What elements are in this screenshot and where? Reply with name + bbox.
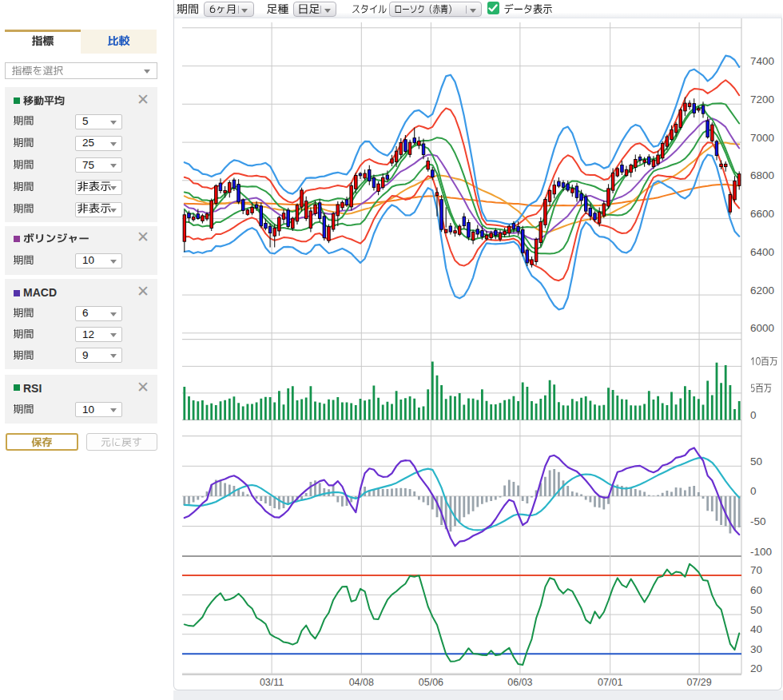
svg-text:10: 10 <box>82 404 94 416</box>
svg-text:6: 6 <box>82 307 89 319</box>
svg-text:RSI: RSI <box>23 382 42 395</box>
svg-text:6200: 6200 <box>750 284 774 296</box>
svg-text:60: 60 <box>750 584 762 596</box>
svg-text:04/08: 04/08 <box>349 677 374 688</box>
svg-text:0: 0 <box>750 409 757 421</box>
svg-text:70: 70 <box>750 564 762 576</box>
svg-text:5: 5 <box>82 115 89 127</box>
svg-text:05/06: 05/06 <box>419 677 443 688</box>
svg-text:50: 50 <box>750 604 762 616</box>
svg-text:20: 20 <box>750 662 762 674</box>
svg-text:-100: -100 <box>750 546 772 558</box>
svg-text:40: 40 <box>750 623 762 635</box>
svg-text:6400: 6400 <box>750 246 774 258</box>
svg-text:07/29: 07/29 <box>686 677 711 688</box>
svg-text:9: 9 <box>82 349 89 361</box>
svg-text:12: 12 <box>82 328 94 340</box>
svg-text:7000: 7000 <box>750 132 774 144</box>
svg-text:06/03: 06/03 <box>507 677 532 688</box>
svg-text:-50: -50 <box>750 515 766 527</box>
svg-text:6800: 6800 <box>750 169 774 181</box>
svg-text:03/11: 03/11 <box>260 677 284 688</box>
svg-text:6000: 6000 <box>750 322 774 334</box>
svg-text:50: 50 <box>750 455 762 467</box>
svg-text:75: 75 <box>82 159 94 171</box>
svg-text:0: 0 <box>750 485 757 497</box>
svg-text:07/01: 07/01 <box>598 677 622 688</box>
svg-text:7400: 7400 <box>750 55 774 67</box>
svg-text:25: 25 <box>82 137 94 149</box>
svg-text:7200: 7200 <box>750 93 774 105</box>
svg-text:30: 30 <box>750 643 762 655</box>
svg-text:MACD: MACD <box>23 286 57 299</box>
svg-text:10: 10 <box>82 254 94 266</box>
svg-text:6600: 6600 <box>750 208 774 220</box>
